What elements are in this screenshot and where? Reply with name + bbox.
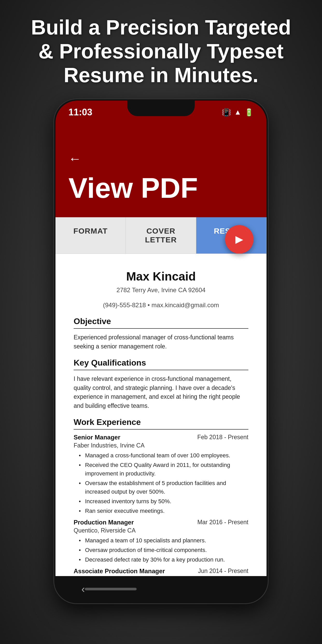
vibrate-icon: 📳 <box>222 108 231 117</box>
qualifications-text: I have relevant experience in cross-func… <box>74 374 248 410</box>
job-1-company: Faber Industries, Irvine CA <box>74 442 248 449</box>
job-1-header: Senior Manager Feb 2018 - Present <box>74 434 248 441</box>
phone-content: 11:03 📳 ▲ 🔋 ← View PDF ► FORMAT <box>55 101 267 602</box>
job-1-date: Feb 2018 - Present <box>197 434 248 441</box>
send-icon: ► <box>233 232 246 247</box>
job-1-bullet-2: Received the CEO Quality Award in 2011, … <box>79 461 248 478</box>
job-3-date: Jun 2014 - Present <box>198 568 248 575</box>
job-2-bullet-2: Oversaw production of time-critical comp… <box>79 546 248 554</box>
job-1-bullet-5: Ran senior executive meetings. <box>79 507 248 515</box>
back-button[interactable]: ← <box>68 151 254 166</box>
qualifications-section-title: Key Qualifications <box>74 358 248 370</box>
job-2-header: Production Manager Mar 2016 - Present <box>74 519 248 526</box>
resume-address: 2782 Terry Ave, Irvine CA 92604 <box>74 286 248 294</box>
page-title: View PDF <box>68 171 254 204</box>
resume-content: Max Kincaid 2782 Terry Ave, Irvine CA 92… <box>55 254 267 576</box>
job-1-title: Senior Manager <box>74 434 120 441</box>
wifi-icon: ▲ <box>234 108 241 116</box>
tab-cover-letter[interactable]: COVER LETTER <box>126 217 196 254</box>
job-2-title: Production Manager <box>74 519 134 526</box>
job-2-company: Quentico, Riverside CA <box>74 527 248 534</box>
home-indicator[interactable] <box>85 588 137 590</box>
job-1-bullet-1: Managed a cross-functional team of over … <box>79 451 248 460</box>
job-3-header: Associate Production Manager Jun 2014 - … <box>74 568 248 575</box>
resume-scroll: Max Kincaid 2782 Terry Ave, Irvine CA 92… <box>55 254 267 576</box>
job-2-bullet-1: Managed a team of 10 specialists and pla… <box>79 536 248 545</box>
phone-inner: 11:03 📳 ▲ 🔋 ← View PDF ► FORMAT <box>55 101 267 602</box>
job-1-bullet-3: Oversaw the establishment of 5 productio… <box>79 479 248 496</box>
phone-frame: 11:03 📳 ▲ 🔋 ← View PDF ► FORMAT <box>53 99 269 604</box>
job-1-bullet-4: Increased inventory turns by 50%. <box>79 497 248 506</box>
send-fab-button[interactable]: ► <box>225 225 254 254</box>
status-time: 11:03 <box>68 107 92 118</box>
job-3-company: Quentico, Riverside CA <box>74 576 248 576</box>
objective-section-title: Objective <box>74 317 248 329</box>
job-1-bullets: Managed a cross-functional team of over … <box>79 451 248 515</box>
job-2-bullets: Managed a team of 10 specialists and pla… <box>79 536 248 564</box>
notch <box>127 101 195 116</box>
objective-text: Experienced professional manager of cros… <box>74 333 248 351</box>
status-icons: 📳 ▲ 🔋 <box>222 108 254 117</box>
job-3-title: Associate Production Manager <box>74 568 165 575</box>
hero-title: Build a Precision Targeted & Professiona… <box>0 16 322 87</box>
app-header: ← View PDF ► <box>55 124 267 217</box>
status-bar: 11:03 📳 ▲ 🔋 <box>55 101 267 124</box>
resume-name: Max Kincaid <box>74 269 248 283</box>
job-2-date: Mar 2016 - Present <box>197 519 248 526</box>
tab-format[interactable]: FORMAT <box>55 217 126 254</box>
battery-icon: 🔋 <box>244 108 254 117</box>
nav-back-button[interactable]: ‹ <box>81 583 85 595</box>
job-2-bullet-3: Decreased defect rate by 30% for a key p… <box>79 555 248 564</box>
work-section-title: Work Experience <box>74 417 248 430</box>
bottom-nav: ‹ <box>55 576 267 602</box>
resume-contact: (949)-555-8218 • max.kincaid@gmail.com <box>74 302 248 309</box>
